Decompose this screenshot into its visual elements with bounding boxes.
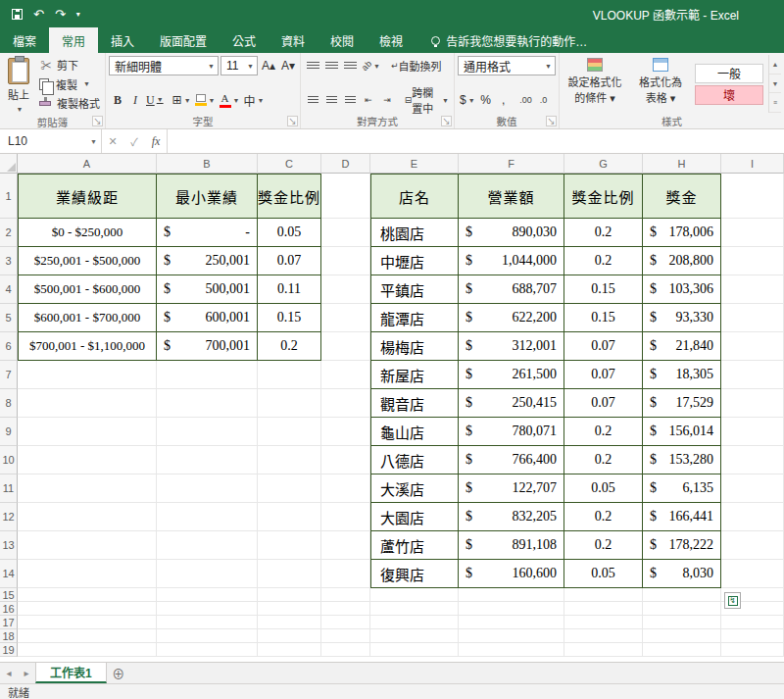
bold-button[interactable]: B bbox=[109, 90, 126, 110]
cell-H7[interactable]: $18,305 bbox=[643, 361, 721, 389]
cell-B16[interactable] bbox=[157, 602, 258, 616]
cell-I11[interactable] bbox=[721, 474, 784, 503]
cell-F5[interactable]: $622,200 bbox=[459, 304, 564, 332]
cell-C14[interactable] bbox=[258, 560, 321, 588]
cell-D1[interactable] bbox=[321, 174, 370, 219]
cell-D10[interactable] bbox=[321, 446, 370, 474]
cell-B8[interactable] bbox=[157, 389, 258, 418]
shrink-font-button[interactable]: A▾ bbox=[279, 56, 297, 75]
cell-B3[interactable]: $250,001 bbox=[157, 247, 258, 275]
formula-input[interactable] bbox=[167, 129, 784, 153]
column-header-G[interactable]: G bbox=[564, 154, 643, 174]
undo-icon[interactable]: ↶ bbox=[33, 8, 44, 21]
cell-C8[interactable] bbox=[258, 389, 321, 418]
cell-B12[interactable] bbox=[157, 503, 258, 531]
cell-G8[interactable]: 0.07 bbox=[564, 389, 643, 418]
cell-A4[interactable]: $500,001 - $600,000 bbox=[18, 275, 157, 304]
tab-view[interactable]: 檢視 bbox=[367, 27, 416, 53]
cell-G19[interactable] bbox=[564, 643, 643, 657]
cell-G2[interactable]: 0.2 bbox=[564, 219, 643, 247]
cell-H11[interactable]: $6,135 bbox=[643, 474, 721, 503]
cell-B1[interactable]: 最小業績 bbox=[157, 174, 258, 219]
cell-E6[interactable]: 楊梅店 bbox=[370, 332, 459, 361]
row-header-3[interactable]: 3 bbox=[0, 247, 18, 275]
select-all-corner[interactable] bbox=[0, 154, 18, 174]
cell-C11[interactable] bbox=[258, 474, 321, 503]
cell-C10[interactable] bbox=[258, 446, 321, 474]
cell-style-normal[interactable]: 一般 bbox=[695, 64, 763, 83]
cell-E13[interactable]: 蘆竹店 bbox=[370, 531, 459, 560]
cell-E1[interactable]: 店名 bbox=[370, 174, 459, 219]
cell-B11[interactable] bbox=[157, 474, 258, 503]
cell-E3[interactable]: 中壢店 bbox=[370, 247, 459, 275]
row-header-16[interactable]: 16 bbox=[0, 602, 18, 616]
row-header-7[interactable]: 7 bbox=[0, 361, 18, 389]
cell-A7[interactable] bbox=[18, 361, 157, 389]
cell-F8[interactable]: $250,415 bbox=[459, 389, 564, 418]
cell-F16[interactable] bbox=[459, 602, 564, 616]
cell-C9[interactable] bbox=[258, 418, 321, 446]
cell-F1[interactable]: 營業額 bbox=[459, 174, 564, 219]
tab-insert[interactable]: 插入 bbox=[98, 27, 147, 53]
row-header-11[interactable]: 11 bbox=[0, 474, 18, 503]
cell-D17[interactable] bbox=[321, 616, 370, 629]
row-header-12[interactable]: 12 bbox=[0, 503, 18, 531]
percent-style-button[interactable]: % bbox=[477, 90, 495, 110]
cell-I4[interactable] bbox=[721, 275, 784, 304]
cell-E16[interactable] bbox=[370, 602, 459, 616]
name-box-dropdown-icon[interactable]: ▼ bbox=[86, 129, 102, 153]
cell-B7[interactable] bbox=[157, 361, 258, 389]
gallery-up-icon[interactable]: ▲ bbox=[769, 55, 781, 75]
cell-C6[interactable]: 0.2 bbox=[258, 332, 321, 361]
cell-E19[interactable] bbox=[370, 643, 459, 657]
sheet-tab-worksheet1[interactable]: 工作表1 bbox=[35, 663, 107, 683]
cell-B13[interactable] bbox=[157, 531, 258, 560]
cell-A19[interactable] bbox=[18, 643, 157, 657]
increase-indent-button[interactable]: ⇥ bbox=[378, 90, 396, 110]
accounting-format-button[interactable]: $▼ bbox=[458, 90, 477, 110]
grow-font-button[interactable]: A▴ bbox=[260, 56, 277, 75]
increase-decimal-button[interactable]: .00 bbox=[517, 90, 535, 110]
cell-H16[interactable] bbox=[643, 602, 721, 616]
cell-A5[interactable]: $600,001 - $700,000 bbox=[18, 304, 157, 332]
cell-E4[interactable]: 平鎮店 bbox=[370, 275, 459, 304]
cell-I17[interactable] bbox=[721, 616, 784, 629]
sheet-nav-right-icon[interactable]: ▸ bbox=[18, 663, 35, 683]
cell-A10[interactable] bbox=[18, 446, 157, 474]
column-header-C[interactable]: C bbox=[258, 154, 321, 174]
number-dialog-launcher[interactable]: ↘ bbox=[546, 116, 557, 126]
gallery-down-icon[interactable]: ▼ bbox=[769, 75, 781, 94]
sheet-nav-left-icon[interactable]: ◂ bbox=[0, 663, 18, 683]
cell-E10[interactable]: 八德店 bbox=[370, 446, 459, 474]
wrap-text-button[interactable]: ↵自動換列 bbox=[389, 56, 444, 75]
cell-I8[interactable] bbox=[721, 389, 784, 418]
tab-home[interactable]: 常用 bbox=[49, 27, 98, 53]
cell-A17[interactable] bbox=[18, 616, 157, 629]
cell-F7[interactable]: $261,500 bbox=[459, 361, 564, 389]
paste-button[interactable]: 貼上▼ bbox=[3, 55, 34, 115]
row-header-19[interactable]: 19 bbox=[0, 643, 18, 657]
cell-H8[interactable]: $17,529 bbox=[643, 389, 721, 418]
row-header-6[interactable]: 6 bbox=[0, 332, 18, 361]
cell-A6[interactable]: $700,001 - $1,100,000 bbox=[18, 332, 157, 361]
name-box[interactable]: L10 bbox=[0, 129, 86, 153]
cell-H12[interactable]: $166,441 bbox=[643, 503, 721, 531]
cell-D11[interactable] bbox=[321, 474, 370, 503]
cell-D12[interactable] bbox=[321, 503, 370, 531]
cell-C4[interactable]: 0.11 bbox=[258, 275, 321, 304]
cell-A1[interactable]: 業績級距 bbox=[18, 174, 157, 219]
cut-button[interactable]: ✂剪下 bbox=[37, 56, 102, 74]
cell-B15[interactable] bbox=[157, 588, 258, 602]
cell-E12[interactable]: 大園店 bbox=[370, 503, 459, 531]
tab-formulas[interactable]: 公式 bbox=[220, 27, 269, 53]
cell-A8[interactable] bbox=[18, 389, 157, 418]
cell-F6[interactable]: $312,001 bbox=[459, 332, 564, 361]
cell-H5[interactable]: $93,330 bbox=[643, 304, 721, 332]
tab-review[interactable]: 校閱 bbox=[318, 27, 367, 53]
cell-I19[interactable] bbox=[721, 643, 784, 657]
cell-I10[interactable] bbox=[721, 446, 784, 474]
cell-C15[interactable] bbox=[258, 588, 321, 602]
column-header-D[interactable]: D bbox=[321, 154, 370, 174]
alignment-dialog-launcher[interactable]: ↘ bbox=[441, 116, 452, 126]
cell-F14[interactable]: $160,600 bbox=[459, 560, 564, 588]
